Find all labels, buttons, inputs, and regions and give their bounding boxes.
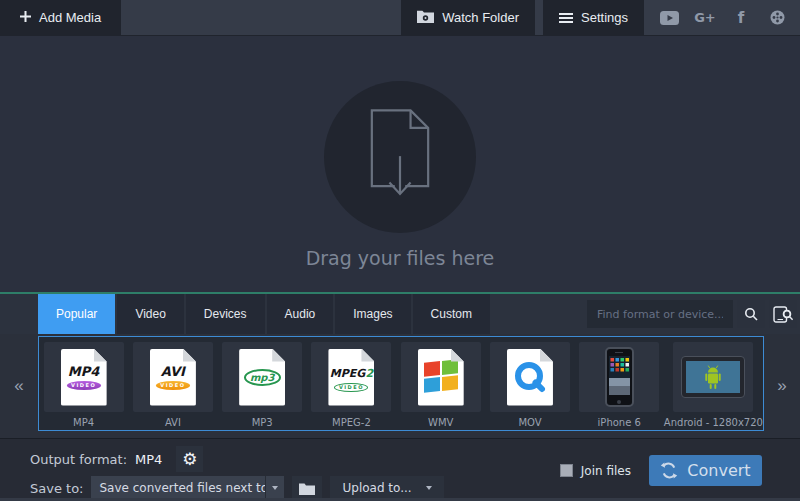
film-reel-icon[interactable] <box>766 7 788 29</box>
android-robot-icon <box>701 364 725 391</box>
search-input[interactable] <box>587 300 733 328</box>
hamburger-icon <box>559 13 573 23</box>
format-label: MP4 <box>73 417 94 428</box>
save-to-label: Save to: <box>30 481 83 496</box>
mp3-icon-text: mp3 <box>244 369 281 386</box>
drop-zone[interactable]: Drag your files here <box>0 36 800 292</box>
format-item-avi[interactable]: AVI VIDEO AVI <box>128 342 217 430</box>
mp3-file-icon: mp3 <box>239 349 285 406</box>
tab-video[interactable]: Video <box>117 294 183 334</box>
mpeg2-tile: MPEG2 VIDEO <box>311 342 391 412</box>
convert-controls: Join files Convert <box>560 455 762 486</box>
watch-folder-button[interactable]: Watch Folder <box>401 0 535 35</box>
iphone6-tile <box>579 342 659 412</box>
settings-button[interactable]: Settings <box>543 0 644 35</box>
drop-circle <box>324 81 476 233</box>
mov-file-icon <box>507 349 553 406</box>
format-item-mov[interactable]: MOV <box>485 342 574 430</box>
plus-icon <box>20 10 31 25</box>
add-media-button[interactable]: Add Media <box>0 0 121 35</box>
carousel-track: MP4 VIDEO MP4 AVI VIDEO AVI <box>38 336 764 431</box>
tab-custom[interactable]: Custom <box>413 294 490 334</box>
format-item-iphone6[interactable]: iPhone 6 <box>575 342 664 430</box>
youtube-icon[interactable] <box>658 7 680 29</box>
video-converter-window: Add Media Watch Folder Settings G+ f <box>0 0 800 501</box>
avi-video-badge: VIDEO <box>156 381 190 390</box>
carousel-next-button[interactable]: » <box>764 334 800 438</box>
format-item-mp4[interactable]: MP4 VIDEO MP4 <box>39 342 128 430</box>
format-settings-button[interactable]: ⚙ <box>176 446 203 472</box>
convert-label: Convert <box>687 461 750 480</box>
format-carousel: « MP4 VIDEO MP4 AVI VIDEO AV <box>0 334 800 438</box>
gear-icon: ⚙ <box>182 451 197 468</box>
windows-flag-icon <box>424 359 458 393</box>
save-destination-dropdown[interactable]: Save converted files next to the o <box>91 476 284 500</box>
add-media-label: Add Media <box>39 10 101 25</box>
format-item-wmv[interactable]: WMV <box>396 342 485 430</box>
android-tile <box>673 342 753 412</box>
quicktime-icon <box>510 357 550 399</box>
save-destination-value: Save converted files next to the o <box>91 481 265 495</box>
format-label: iPhone 6 <box>598 417 641 428</box>
convert-button[interactable]: Convert <box>649 455 762 486</box>
file-download-icon <box>356 102 444 212</box>
mpeg2-file-icon: MPEG2 VIDEO <box>328 349 374 406</box>
mp4-file-icon: MP4 VIDEO <box>61 349 107 406</box>
format-item-mp3[interactable]: mp3 MP3 <box>218 342 307 430</box>
google-plus-icon[interactable]: G+ <box>694 7 716 29</box>
join-files-option[interactable]: Join files <box>560 464 631 478</box>
search-button[interactable] <box>737 300 765 328</box>
iphone-icon <box>605 347 634 407</box>
topbar-spacer <box>121 0 401 35</box>
format-tabs: Popular Video Devices Audio Images Custo… <box>38 294 490 334</box>
sync-arrows-icon <box>660 461 678 480</box>
output-format-row: Output format: MP4 ⚙ <box>30 446 203 472</box>
wmv-file-icon <box>418 349 464 406</box>
output-panel: Output format: MP4 ⚙ Save to: Save conve… <box>0 438 800 501</box>
avi-icon-text: AVI <box>150 349 196 378</box>
mpeg2-icon-text: MPEG2 <box>328 349 374 380</box>
wmv-tile <box>401 342 481 412</box>
android-tablet-icon <box>681 356 745 398</box>
top-bar: Add Media Watch Folder Settings G+ f <box>0 0 800 36</box>
settings-label: Settings <box>581 10 628 25</box>
mp4-video-badge: VIDEO <box>67 381 101 390</box>
device-search-button[interactable] <box>769 300 797 328</box>
format-label: MOV <box>518 417 541 428</box>
join-files-checkbox[interactable] <box>560 464 573 477</box>
device-search-icon <box>773 306 794 323</box>
social-links: G+ f <box>658 0 800 35</box>
tab-popular[interactable]: Popular <box>38 294 115 334</box>
output-format-label: Output format: <box>30 452 127 467</box>
search-group <box>587 294 800 334</box>
mp4-icon-text: MP4 <box>61 349 107 378</box>
facebook-icon[interactable]: f <box>730 7 752 29</box>
mpeg2-video-badge: VIDEO <box>334 383 368 392</box>
mp4-tile: MP4 VIDEO <box>44 342 124 412</box>
watch-folder-label: Watch Folder <box>442 10 519 25</box>
output-format-value: MP4 <box>135 452 162 467</box>
format-label: MPEG-2 <box>332 417 371 428</box>
chevron-down-icon <box>426 486 432 490</box>
upload-to-button[interactable]: Upload to... <box>330 476 443 500</box>
chevron-down-icon <box>265 476 284 500</box>
format-label: MP3 <box>252 417 273 428</box>
mp3-tile: mp3 <box>222 342 302 412</box>
drop-zone-message: Drag your files here <box>306 247 495 269</box>
avi-tile: AVI VIDEO <box>133 342 213 412</box>
join-files-label: Join files <box>581 464 631 478</box>
format-item-android[interactable]: Android - 1280x720 <box>664 342 763 430</box>
tab-images[interactable]: Images <box>335 294 410 334</box>
browse-folder-button[interactable] <box>292 476 322 500</box>
format-item-mpeg2[interactable]: MPEG2 VIDEO MPEG-2 <box>307 342 396 430</box>
carousel-prev-button[interactable]: « <box>0 334 38 438</box>
search-icon <box>744 307 758 321</box>
tab-audio[interactable]: Audio <box>267 294 334 334</box>
save-to-row: Save to: Save converted files next to th… <box>30 476 444 500</box>
avi-file-icon: AVI VIDEO <box>150 349 196 406</box>
mov-tile <box>490 342 570 412</box>
watch-folder-icon <box>417 10 434 26</box>
tab-devices[interactable]: Devices <box>186 294 265 334</box>
format-label: WMV <box>428 417 453 428</box>
format-bar: Popular Video Devices Audio Images Custo… <box>0 294 800 334</box>
